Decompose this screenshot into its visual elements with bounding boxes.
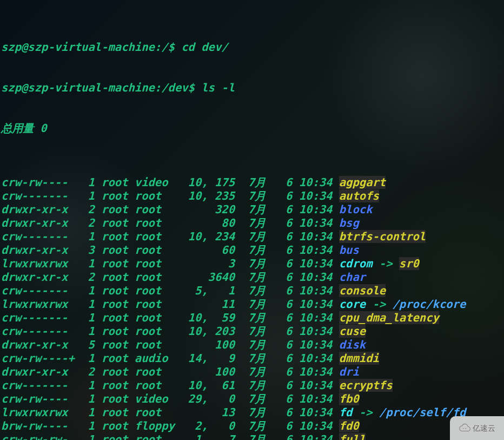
ls-entry-name: console (339, 284, 386, 297)
ls-row-meta: lrwxrwxrwx 1 root root 13 7月 6 10:34 (1, 406, 339, 419)
prompt-line: szp@szp-virtual-machine:/$ cd dev/ (1, 41, 503, 54)
ls-row: crw------- 1 root root 10, 235 7月 6 10:3… (1, 189, 503, 203)
ls-row: drwxr-xr-x 2 root root 80 7月 6 10:34 bsg (1, 216, 503, 230)
ls-row: crw------- 1 root root 10, 59 7月 6 10:34… (1, 311, 503, 325)
ls-row-meta: drwxr-xr-x 2 root root 3640 7月 6 10:34 (1, 271, 339, 284)
ls-entry-name: fd0 (339, 419, 359, 432)
ls-row-meta: crw------- 1 root root 10, 235 7月 6 10:3… (1, 189, 339, 202)
ls-row: brw-rw---- 1 root floppy 2, 0 7月 6 10:34… (1, 419, 503, 433)
shell-prompt: szp@szp-virtual-machine:/dev$ (1, 81, 201, 94)
ls-row: lrwxrwxrwx 1 root root 3 7月 6 10:34 cdro… (1, 257, 503, 271)
ls-row: crw-rw---- 1 root video 10, 175 7月 6 10:… (1, 176, 503, 189)
ls-row-meta: brw-rw---- 1 root floppy 2, 0 7月 6 10:34 (1, 419, 339, 432)
ls-entry-name: core (339, 298, 366, 311)
ls-row-meta: crw------- 1 root root 10, 234 7月 6 10:3… (1, 230, 339, 243)
svg-point-0 (463, 428, 464, 429)
ls-row-meta: drwxr-xr-x 3 root root 60 7月 6 10:34 (1, 244, 339, 257)
ls-row-meta: crw-rw----+ 1 root audio 14, 9 7月 6 10:3… (1, 352, 339, 365)
ls-entry-name: autofs (339, 189, 379, 202)
watermark: 亿速云 (450, 416, 504, 440)
ls-row-meta: drwxr-xr-x 2 root root 100 7月 6 10:34 (1, 365, 339, 378)
total-line: 总用量 0 (1, 122, 503, 135)
symlink-arrow: -> (366, 298, 392, 311)
ls-row-meta: lrwxrwxrwx 1 root root 11 7月 6 10:34 (1, 298, 339, 311)
ls-row: crw------- 1 root root 10, 61 7月 6 10:34… (1, 379, 503, 392)
symlink-target: sr0 (399, 257, 419, 270)
ls-entry-name: full (339, 433, 366, 440)
ls-row-meta: drwxr-xr-x 5 root root 100 7月 6 10:34 (1, 338, 339, 351)
ls-row-meta: crw------- 1 root root 10, 59 7月 6 10:34 (1, 311, 339, 324)
symlink-arrow: -> (352, 406, 379, 419)
ls-row-meta: crw------- 1 root root 5, 1 7月 6 10:34 (1, 284, 339, 297)
terminal[interactable]: szp@szp-virtual-machine:/$ cd dev/ szp@s… (0, 0, 504, 440)
ls-row-meta: crw-rw---- 1 root video 10, 175 7月 6 10:… (1, 176, 339, 189)
ls-row-meta: crw------- 1 root root 10, 203 7月 6 10:3… (1, 325, 339, 338)
ls-row: crw------- 1 root root 5, 1 7月 6 10:34 c… (1, 284, 503, 298)
ls-entry-name: cuse (339, 325, 366, 338)
ls-row-meta: crw-rw---- 1 root video 29, 0 7月 6 10:34 (1, 392, 339, 405)
symlink-target: /proc/kcore (393, 298, 466, 311)
ls-row: drwxr-xr-x 3 root root 60 7月 6 10:34 bus (1, 244, 503, 257)
ls-entry-name: disk (339, 338, 366, 351)
shell-cmd: ls -l (201, 81, 235, 94)
ls-row: lrwxrwxrwx 1 root root 11 7月 6 10:34 cor… (1, 298, 503, 311)
ls-entry-name: cdrom (339, 257, 373, 270)
ls-row: drwxr-xr-x 2 root root 100 7月 6 10:34 dr… (1, 365, 503, 379)
ls-entry-name: cpu_dma_latency (339, 311, 439, 324)
svg-point-1 (465, 428, 466, 429)
ls-row: crw-rw-rw- 1 root root 1, 7 7月 6 10:34 f… (1, 433, 503, 440)
ls-row-meta: drwxr-xr-x 2 root root 80 7月 6 10:34 (1, 216, 339, 229)
ls-row: crw-rw----+ 1 root audio 14, 9 7月 6 10:3… (1, 352, 503, 365)
ls-entry-name: dmmidi (339, 352, 379, 365)
ls-entry-name: agpgart (339, 176, 386, 189)
ls-listing: crw-rw---- 1 root video 10, 175 7月 6 10:… (1, 176, 503, 440)
shell-prompt: szp@szp-virtual-machine:/$ (1, 41, 181, 54)
ls-entry-name: dri (339, 365, 359, 378)
ls-entry-name: fd (339, 406, 353, 419)
ls-row: lrwxrwxrwx 1 root root 13 7月 6 10:34 fd … (1, 406, 503, 419)
prompt-line: szp@szp-virtual-machine:/dev$ ls -l (1, 81, 503, 95)
ls-row-meta: lrwxrwxrwx 1 root root 3 7月 6 10:34 (1, 257, 339, 270)
shell-cmd: cd dev/ (181, 41, 228, 54)
ls-row: drwxr-xr-x 2 root root 3640 7月 6 10:34 c… (1, 271, 503, 284)
ls-row: crw-rw---- 1 root video 29, 0 7月 6 10:34… (1, 392, 503, 406)
ls-entry-name: btrfs-control (339, 230, 426, 243)
ls-row-meta: crw------- 1 root root 10, 61 7月 6 10:34 (1, 379, 339, 392)
ls-entry-name: bus (339, 244, 359, 257)
ls-entry-name: char (339, 271, 366, 284)
watermark-text: 亿速云 (473, 422, 495, 435)
symlink-arrow: -> (372, 257, 399, 270)
ls-row: drwxr-xr-x 2 root root 320 7月 6 10:34 bl… (1, 203, 503, 216)
ls-row-meta: drwxr-xr-x 2 root root 320 7月 6 10:34 (1, 203, 339, 216)
cloud-icon (459, 423, 470, 433)
ls-row: crw------- 1 root root 10, 234 7月 6 10:3… (1, 230, 503, 244)
ls-row: drwxr-xr-x 5 root root 100 7月 6 10:34 di… (1, 338, 503, 352)
ls-row: crw------- 1 root root 10, 203 7月 6 10:3… (1, 325, 503, 338)
ls-row-meta: crw-rw-rw- 1 root root 1, 7 7月 6 10:34 (1, 433, 339, 440)
ls-entry-name: fb0 (339, 392, 359, 405)
ls-entry-name: ecryptfs (339, 379, 393, 392)
ls-entry-name: block (339, 203, 373, 216)
ls-entry-name: bsg (339, 216, 359, 229)
